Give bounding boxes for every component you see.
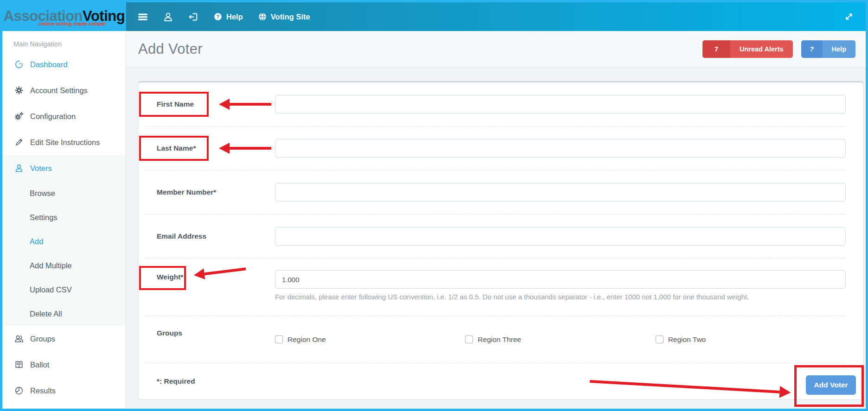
email-address-label: Email Address bbox=[145, 232, 275, 240]
main-content: Add Voter 7 Unread Alerts ? Help bbox=[126, 31, 866, 409]
sidebar-item-label: Results bbox=[30, 386, 56, 395]
app-logo: AssociationVoting online voting made sim… bbox=[2, 2, 126, 31]
region-one-label: Region One bbox=[287, 335, 326, 344]
sidebar-item-voters-add-multiple[interactable]: Add Multiple bbox=[2, 253, 126, 278]
content-header: Add Voter 7 Unread Alerts ? Help bbox=[126, 31, 866, 67]
book-icon bbox=[14, 360, 24, 369]
last-name-label: Last Name* bbox=[145, 144, 275, 152]
help-button-label: Help bbox=[823, 40, 855, 58]
pie-chart-icon bbox=[14, 386, 24, 395]
groups-options: Region One Region Three Region Two bbox=[275, 335, 846, 344]
sidebar-item-label: Add Multiple bbox=[30, 261, 72, 270]
sidebar-menu: Dashboard Account Settings Configuration… bbox=[2, 51, 126, 404]
region-three-label: Region Three bbox=[478, 335, 521, 344]
weight-label: Weight* bbox=[145, 259, 275, 281]
people-icon bbox=[14, 334, 24, 343]
sidebar-item-label: Add bbox=[30, 237, 43, 246]
sidebar-item-edit-site-instructions[interactable]: Edit Site Instructions bbox=[2, 129, 126, 155]
logout-icon[interactable] bbox=[187, 11, 198, 22]
topbar-nav: ? Help Voting Site bbox=[126, 2, 866, 31]
checkbox-region-three[interactable]: Region Three bbox=[465, 335, 655, 344]
sidebar-item-voters-browse[interactable]: Browse bbox=[2, 181, 126, 205]
region-three-checkbox[interactable] bbox=[465, 335, 473, 343]
form-footer-row: *: Required bbox=[145, 363, 846, 399]
topbar-help-link[interactable]: ? Help bbox=[212, 11, 243, 22]
groups-label: Groups bbox=[145, 316, 275, 337]
speedometer-icon bbox=[14, 60, 24, 69]
form-row-member-number: Member Number* bbox=[145, 171, 846, 215]
svg-text:?: ? bbox=[217, 14, 220, 19]
pencil-icon bbox=[14, 138, 24, 147]
unread-alerts-label: Unread Alerts bbox=[730, 40, 793, 58]
unread-alerts-button[interactable]: 7 Unread Alerts bbox=[702, 40, 793, 58]
form-row-weight: Weight* For decimals, please enter follo… bbox=[145, 259, 846, 316]
hamburger-menu-icon[interactable] bbox=[137, 11, 148, 22]
person-icon bbox=[14, 164, 24, 173]
sidebar-item-label: Dashboard bbox=[30, 60, 68, 69]
weight-input[interactable] bbox=[275, 270, 846, 289]
header-buttons: 7 Unread Alerts ? Help bbox=[702, 40, 855, 58]
topbar-voting-site-link[interactable]: Voting Site bbox=[257, 11, 310, 22]
sidebar-item-ballot[interactable]: Ballot bbox=[2, 352, 126, 378]
form-row-last-name: Last Name* bbox=[145, 126, 846, 171]
last-name-input[interactable] bbox=[275, 139, 846, 158]
globe-icon bbox=[257, 11, 268, 22]
sidebar-item-dashboard[interactable]: Dashboard bbox=[2, 51, 126, 77]
app-window: AssociationVoting online voting made sim… bbox=[0, 0, 868, 411]
help-badge: ? bbox=[801, 40, 823, 58]
sidebar-item-voters-delete-all[interactable]: Delete All bbox=[2, 302, 126, 326]
checkbox-region-one[interactable]: Region One bbox=[275, 335, 465, 344]
sidebar-item-voters-settings[interactable]: Settings bbox=[2, 205, 126, 229]
sidebar-item-voters-upload-csv[interactable]: Upload CSV bbox=[2, 278, 126, 302]
checkbox-region-two[interactable]: Region Two bbox=[656, 335, 846, 344]
help-button[interactable]: ? Help bbox=[801, 40, 855, 58]
user-icon[interactable] bbox=[162, 11, 173, 22]
sidebar: Main Navigation Dashboard Account Settin… bbox=[2, 31, 126, 409]
sidebar-item-label: Account Settings bbox=[30, 86, 88, 95]
form-row-first-name: First Name bbox=[145, 82, 846, 126]
form-row-email: Email Address bbox=[145, 215, 846, 259]
sidebar-item-label: Settings bbox=[30, 213, 57, 222]
topbar: AssociationVoting online voting made sim… bbox=[2, 2, 866, 31]
unread-alerts-count: 7 bbox=[702, 40, 730, 58]
sidebar-section-label: Main Navigation bbox=[13, 40, 126, 48]
gear-icon bbox=[14, 86, 24, 95]
region-one-checkbox[interactable] bbox=[275, 335, 283, 343]
email-address-input[interactable] bbox=[275, 227, 846, 246]
add-voter-form-card: First Name Last Name* Member Number* Ema… bbox=[138, 81, 864, 400]
member-number-input[interactable] bbox=[275, 183, 846, 202]
sidebar-item-label: Upload CSV bbox=[30, 285, 72, 294]
sidebar-item-results[interactable]: Results bbox=[2, 378, 126, 404]
sidebar-item-label: Edit Site Instructions bbox=[30, 138, 100, 147]
sidebar-item-groups[interactable]: Groups bbox=[2, 326, 126, 352]
gears-icon bbox=[14, 112, 24, 121]
help-circle-icon: ? bbox=[212, 11, 223, 22]
topbar-help-label: Help bbox=[226, 13, 243, 21]
sidebar-item-account-settings[interactable]: Account Settings bbox=[2, 77, 126, 103]
sidebar-item-voters-add[interactable]: Add bbox=[2, 229, 126, 253]
required-note: *: Required bbox=[145, 377, 275, 386]
logo-tagline: online voting made simple bbox=[2, 21, 126, 26]
first-name-input[interactable] bbox=[275, 95, 846, 114]
form-row-groups: Groups Region One Region Three Region Tw… bbox=[145, 316, 846, 363]
sidebar-item-configuration[interactable]: Configuration bbox=[2, 103, 126, 129]
sidebar-item-label: Browse bbox=[30, 189, 55, 198]
first-name-label: First Name bbox=[145, 100, 275, 108]
topbar-voting-site-label: Voting Site bbox=[271, 13, 310, 21]
sidebar-item-label: Voters bbox=[30, 164, 52, 173]
sidebar-item-label: Groups bbox=[30, 335, 55, 343]
page-title: Add Voter bbox=[138, 41, 203, 57]
weight-help-text: For decimals, please enter following US … bbox=[275, 293, 846, 301]
sidebar-item-label: Ballot bbox=[30, 360, 49, 369]
region-two-label: Region Two bbox=[668, 335, 706, 344]
sidebar-item-voters[interactable]: Voters bbox=[2, 155, 126, 181]
expand-fullscreen-icon[interactable] bbox=[843, 11, 855, 22]
region-two-checkbox[interactable] bbox=[656, 335, 664, 343]
sidebar-item-label: Configuration bbox=[30, 112, 76, 121]
member-number-label: Member Number* bbox=[145, 188, 275, 196]
sidebar-item-label: Delete All bbox=[30, 310, 62, 318]
add-voter-button[interactable]: Add Voter bbox=[806, 375, 856, 395]
